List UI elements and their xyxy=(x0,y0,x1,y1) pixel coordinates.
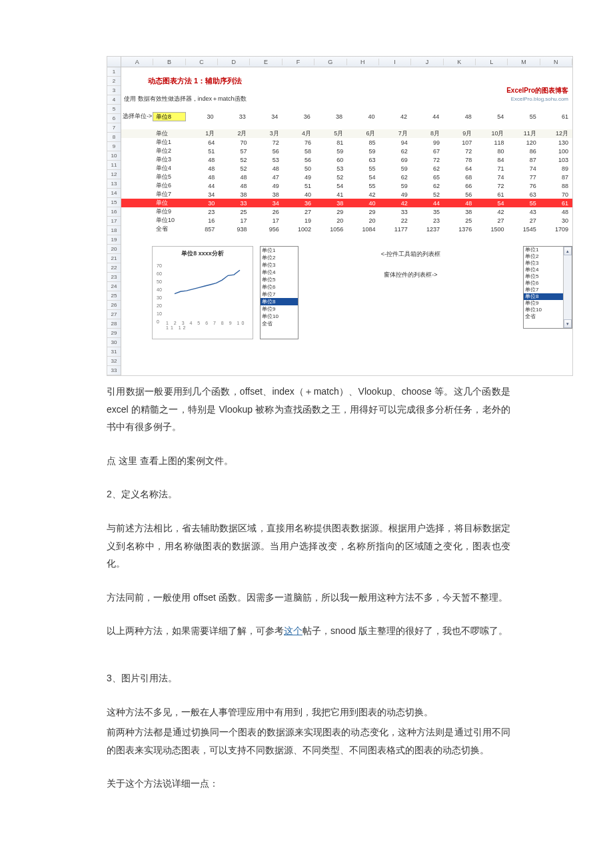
excel-screenshot: ABCDEFGHIJKLMN 1234567891011121314151617… xyxy=(107,56,573,376)
col-header-C[interactable]: C xyxy=(186,59,218,65)
list-item[interactable]: 单位10 xyxy=(261,313,298,320)
row-header-4[interactable]: 4 xyxy=(107,95,121,105)
month-header: 1月 xyxy=(187,129,219,138)
data-cell: 94 xyxy=(380,139,412,146)
row-header-26[interactable]: 26 xyxy=(107,301,121,310)
list-item[interactable]: 单位8 xyxy=(261,298,298,305)
row-header-12[interactable]: 12 xyxy=(107,170,121,179)
data-cell: 42 xyxy=(380,200,412,207)
row-header-14[interactable]: 14 xyxy=(107,189,121,198)
select-all-corner[interactable] xyxy=(107,57,121,67)
list-item[interactable]: 单位2 xyxy=(261,254,298,261)
list-item[interactable]: 单位9 xyxy=(261,305,298,313)
row-header-19[interactable]: 19 xyxy=(107,235,121,245)
col-header-I[interactable]: I xyxy=(379,59,411,65)
row-header-5[interactable]: 5 xyxy=(107,105,121,114)
data-cell: 65 xyxy=(412,174,444,181)
choose-value-cell: 40 xyxy=(346,113,378,120)
row-header-11[interactable]: 11 xyxy=(107,161,121,170)
row-header-29[interactable]: 29 xyxy=(107,329,121,338)
data-cell: 54 xyxy=(347,174,379,181)
row-header-8[interactable]: 8 xyxy=(107,133,121,142)
col-header-B[interactable]: B xyxy=(153,59,185,65)
row-header-25[interactable]: 25 xyxy=(107,291,121,301)
col-header-G[interactable]: G xyxy=(314,59,346,65)
listbox-forms[interactable]: ▴ ▾ 单位1单位2单位3单位4单位5单位6单位7单位8单位9单位10全省 xyxy=(523,246,572,329)
unit-selector[interactable]: 单位8 xyxy=(153,113,185,121)
col-header-F[interactable]: F xyxy=(283,59,314,65)
row-header-13[interactable]: 13 xyxy=(107,179,121,189)
month-header: 3月 xyxy=(251,129,283,138)
row-header-1[interactable]: 1 xyxy=(107,67,121,77)
col-header-D[interactable]: D xyxy=(218,59,250,65)
list-item[interactable]: 单位3 xyxy=(261,261,298,269)
col-header-E[interactable]: E xyxy=(250,59,282,65)
row-header-2[interactable]: 2 xyxy=(107,77,121,86)
row-header-28[interactable]: 28 xyxy=(107,319,121,329)
data-cell: 48 xyxy=(219,183,251,189)
table-row: 单位34852535660636972788487103 xyxy=(121,155,572,164)
data-cell: 22 xyxy=(380,217,412,224)
unit-name-cell: 单位5 xyxy=(152,173,187,181)
row-header-9[interactable]: 9 xyxy=(107,142,121,151)
list-item[interactable]: 单位4 xyxy=(261,269,298,276)
row-header-33[interactable]: 33 xyxy=(107,366,121,375)
brand-title: ExcelPro的图表博客 xyxy=(506,86,568,95)
data-cell: 23 xyxy=(412,217,444,224)
row-header-6[interactable]: 6 xyxy=(107,114,121,123)
col-header-H[interactable]: H xyxy=(347,59,379,65)
row-header-17[interactable]: 17 xyxy=(107,217,121,226)
row-header-24[interactable]: 24 xyxy=(107,282,121,291)
row-header-31[interactable]: 31 xyxy=(107,347,121,357)
list-item[interactable]: 全省 xyxy=(261,320,298,327)
choose-label: 选择单位-> xyxy=(121,112,153,121)
list-item[interactable]: 单位6 xyxy=(261,283,298,291)
list-item[interactable]: 单位1 xyxy=(261,247,298,254)
link-this-post[interactable]: 这个 xyxy=(284,625,303,636)
data-cell: 61 xyxy=(476,191,508,198)
row-header-23[interactable]: 23 xyxy=(107,273,121,282)
data-cell: 88 xyxy=(540,183,572,189)
data-cell: 48 xyxy=(187,174,219,181)
col-header-A[interactable]: A xyxy=(121,59,153,65)
col-header-K[interactable]: K xyxy=(444,59,476,65)
paragraph-link-case: 点 这里 查看上图的案例文件。 xyxy=(107,452,510,470)
col-header-N[interactable]: N xyxy=(540,59,572,65)
data-cell: 130 xyxy=(540,139,572,146)
paragraph-method3-intro: 这种方法不多见，一般在人事管理应用中有用到，我把它用到图表的动态切换。 xyxy=(107,703,510,721)
data-cell: 17 xyxy=(251,217,283,224)
row-header-16[interactable]: 16 xyxy=(107,207,121,217)
list-item[interactable]: 单位5 xyxy=(261,276,298,283)
col-header-M[interactable]: M xyxy=(508,59,540,65)
row-header-32[interactable]: 32 xyxy=(107,357,121,366)
row-header-22[interactable]: 22 xyxy=(107,263,121,273)
data-cell: 103 xyxy=(540,157,572,163)
row-header-21[interactable]: 21 xyxy=(107,254,121,263)
row-header-7[interactable]: 7 xyxy=(107,123,121,133)
list-item[interactable]: 单位7 xyxy=(261,291,298,298)
row-header-30[interactable]: 30 xyxy=(107,338,121,347)
chart-line-svg xyxy=(163,259,243,326)
scroll-down-icon[interactable]: ▾ xyxy=(564,319,572,328)
data-cell: 59 xyxy=(380,165,412,172)
scrollbar[interactable]: ▴ ▾ xyxy=(563,247,572,328)
data-cell: 48 xyxy=(444,200,476,207)
data-cell: 1084 xyxy=(347,226,379,233)
scroll-up-icon[interactable]: ▴ xyxy=(564,247,572,255)
note-text: 使用 数据有效性做选择器，index＋match函数 xyxy=(124,95,247,103)
col-header-L[interactable]: L xyxy=(476,59,508,65)
paragraph-method3-detail: 关于这个方法说详细一点： xyxy=(107,775,510,793)
y-tick: 10 xyxy=(157,311,162,316)
data-cell: 66 xyxy=(444,183,476,189)
data-cell: 74 xyxy=(476,174,508,181)
data-cell: 44 xyxy=(412,200,444,207)
unit-name-cell: 单位 xyxy=(152,199,187,207)
row-header-18[interactable]: 18 xyxy=(107,226,121,235)
row-header-3[interactable]: 3 xyxy=(107,86,121,95)
row-header-10[interactable]: 10 xyxy=(107,151,121,161)
row-header-27[interactable]: 27 xyxy=(107,310,121,319)
listbox-controls-toolbox[interactable]: 单位1单位2单位3单位4单位5单位6单位7单位8单位9单位10全省 xyxy=(260,246,299,339)
row-header-20[interactable]: 20 xyxy=(107,245,121,254)
col-header-J[interactable]: J xyxy=(411,59,443,65)
row-header-15[interactable]: 15 xyxy=(107,198,121,207)
